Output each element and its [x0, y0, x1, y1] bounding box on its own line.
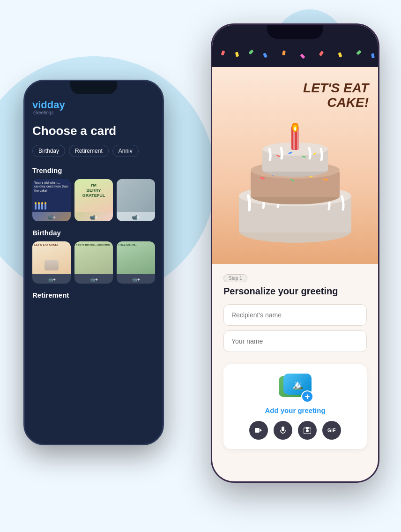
pill-birthday[interactable]: Birthday — [32, 145, 65, 157]
card-candles-text: You're old when... candles cost more tha… — [34, 181, 69, 193]
cake-image-area: LET'S EAT CAKE! — [212, 67, 378, 264]
birthday-cards-row: LET'S EAT CAKE! 📹+ You're not old... jus… — [32, 241, 155, 284]
personalize-title: Personalize your greeting — [223, 286, 367, 297]
card-berry[interactable]: I'MBERRYGRATEFUL 📹+ — [74, 179, 113, 221]
video-add-icon-4: 📹+ — [47, 277, 56, 282]
card-action-retro[interactable]: 📹+ — [74, 274, 113, 284]
candle-2 — [38, 204, 40, 210]
confetti-10 — [371, 53, 375, 59]
confetti-8 — [338, 52, 342, 57]
logo-sub: Greetings — [33, 110, 155, 115]
confetti-9 — [356, 50, 362, 55]
card-action-tree[interactable]: 📹+ — [117, 274, 155, 284]
pill-anniversary[interactable]: Anniv — [112, 145, 139, 157]
candle-decoration — [35, 204, 46, 210]
trending-cards-row: You're old when... candles cost more tha… — [32, 179, 155, 221]
card-action-berry[interactable]: 📹+ — [74, 212, 113, 221]
card-birthday-cake[interactable]: LET'S EAT CAKE! 📹+ — [32, 241, 71, 284]
phone-right-header — [212, 25, 378, 48]
birthday-section: Birthday LET'S EAT CAKE! 📹+ — [32, 229, 155, 284]
card-tree[interactable]: TREE-BIRTH... 📹+ — [117, 241, 155, 284]
confetti-3 — [248, 49, 253, 54]
svg-point-30 — [306, 429, 309, 432]
phone-right-side-button — [379, 81, 379, 105]
phone-right: LET'S EAT CAKE! — [211, 23, 379, 483]
gif-label: GIF — [327, 428, 336, 433]
card-retro[interactable]: You're not old... just retro 📹+ — [74, 241, 113, 284]
video-add-icon: 📹+ — [47, 215, 56, 220]
lets-eat-cake-text: LET'S EAT CAKE! — [303, 81, 369, 110]
confetti-bar — [212, 48, 378, 67]
pill-retirement[interactable]: Retirement — [69, 145, 109, 157]
confetti-4 — [263, 52, 267, 58]
candle-1 — [35, 204, 37, 210]
card-action-gray[interactable]: 📹+ — [117, 212, 155, 221]
card-gray[interactable]: 📹+ — [117, 179, 155, 221]
video-add-icon-5: 📹+ — [89, 277, 98, 282]
your-name-input[interactable] — [223, 330, 367, 352]
logo-text: vidday — [32, 100, 155, 110]
candle-3 — [41, 204, 43, 210]
add-greeting-section: 🏔️ + Add your greeting GIF — [223, 364, 367, 449]
phone-left-content: vidday Greetings Choose a card Birthday … — [25, 94, 163, 444]
phone-left: vidday Greetings Choose a card Birthday … — [23, 80, 164, 445]
media-icons-row: GIF — [235, 421, 356, 440]
confetti-7 — [319, 51, 324, 56]
card-emoji: 🏔️ — [292, 379, 304, 390]
retro-text: You're not old... just retro — [76, 243, 111, 247]
phone-right-side-button-2 — [379, 112, 379, 135]
video-button[interactable] — [249, 421, 268, 440]
mic-button[interactable] — [274, 421, 292, 440]
birthday-label: Birthday — [32, 229, 155, 237]
cake-svg — [234, 123, 356, 264]
add-greeting-icon-wrapper: 🏔️ + — [279, 374, 312, 401]
svg-rect-25 — [255, 428, 260, 433]
svg-rect-27 — [282, 427, 284, 431]
recipient-name-input[interactable] — [223, 304, 367, 326]
category-pills: Birthday Retirement Anniv — [32, 145, 155, 157]
plus-button[interactable]: + — [301, 390, 313, 403]
card-action-candles[interactable]: 📹+ — [32, 212, 71, 221]
video-add-icon-2: 📹+ — [89, 215, 98, 220]
choose-card-title: Choose a card — [32, 124, 155, 138]
video-add-icon-3: 📹+ — [132, 215, 140, 220]
phone-left-notch — [70, 81, 117, 94]
svg-rect-31 — [306, 427, 309, 429]
confetti-1 — [221, 50, 225, 55]
card-berry-text: I'MBERRYGRATEFUL — [82, 183, 105, 198]
card-action-cake[interactable]: 📹+ — [32, 274, 71, 284]
svg-marker-26 — [260, 429, 262, 432]
logo-area: vidday Greetings — [32, 100, 155, 115]
card-candles[interactable]: You're old when... candles cost more tha… — [32, 179, 71, 221]
video-add-icon-6: 📹+ — [132, 277, 140, 282]
form-area: Step 1 Personalize your greeting — [212, 264, 378, 364]
trending-label: Trending — [32, 166, 155, 174]
mini-cake — [45, 260, 59, 270]
tree-text: TREE-BIRTH... — [118, 243, 154, 247]
svg-point-24 — [294, 127, 296, 131]
gif-button[interactable]: GIF — [322, 421, 341, 440]
photo-button[interactable] — [298, 421, 317, 440]
add-greeting-label[interactable]: Add your greeting — [235, 406, 356, 414]
phone-right-notch — [267, 25, 323, 39]
phone-left-side-vol-down — [211, 112, 212, 128]
retirement-label: Retirement — [32, 291, 155, 299]
confetti-5 — [282, 51, 286, 56]
confetti-2 — [235, 52, 239, 57]
phone-left-side-vol-up — [211, 90, 212, 107]
confetti-6 — [300, 53, 305, 59]
cake-card-text: LET'S EAT CAKE! — [34, 243, 58, 247]
phones-container: vidday Greetings Choose a card Birthday … — [23, 23, 379, 520]
step-badge: Step 1 — [223, 274, 247, 282]
candle-4 — [45, 204, 46, 210]
